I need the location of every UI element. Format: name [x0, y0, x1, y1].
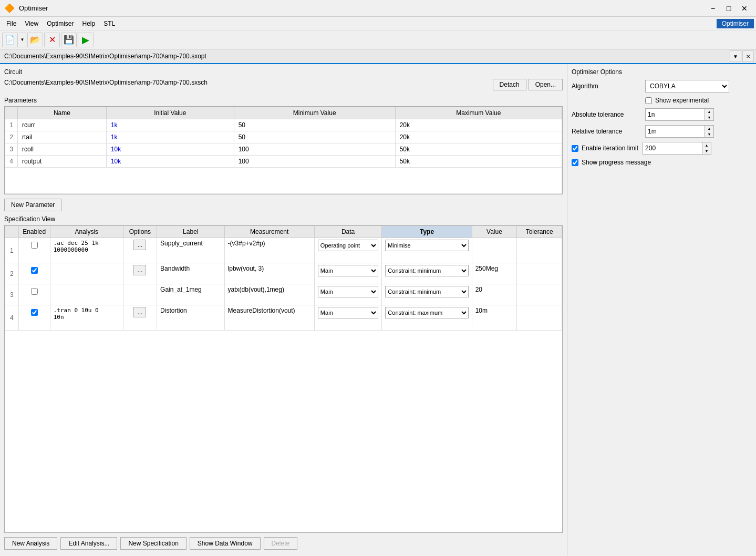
filepath-up-button[interactable]: ▼ [730, 50, 741, 62]
iteration-limit-arrows: ▲ ▼ [702, 142, 711, 154]
new-button[interactable]: 📄 [2, 33, 18, 47]
enable-iteration-label: Enable iteration limit [582, 145, 638, 152]
algorithm-row: Algorithm COBYLA Nelder-Mead SLSQP [572, 80, 752, 92]
param-num-1: 1 [5, 119, 18, 131]
relative-tolerance-arrows: ▲ ▼ [705, 126, 713, 137]
delete-button[interactable]: Delete [264, 537, 298, 550]
minimize-button[interactable]: − [706, 3, 720, 14]
col-name: Name [18, 107, 107, 119]
spec-enabled-checkbox-4[interactable] [31, 309, 38, 316]
relative-tolerance-label: Relative tolerance [572, 128, 645, 135]
absolute-tolerance-up[interactable]: ▲ [705, 109, 713, 115]
edit-analysis-button[interactable]: Edit Analysis... [60, 537, 117, 550]
param-name-3: rcoll [18, 143, 107, 156]
param-row-4: 4 routput 10k 100 50k [5, 156, 562, 168]
menu-view[interactable]: View [20, 19, 43, 28]
menu-optimiser[interactable]: Optimiser [43, 19, 78, 28]
relative-tolerance-up[interactable]: ▲ [705, 126, 713, 131]
enable-iteration-checkbox[interactable] [572, 145, 578, 152]
param-max-1: 20k [395, 119, 562, 131]
detach-button[interactable]: Detach [493, 79, 526, 90]
close-button[interactable]: ✕ [737, 3, 752, 14]
filepath-close-button[interactable]: ✕ [742, 50, 754, 62]
spec-data-select-4[interactable]: Main Operating point [318, 307, 378, 318]
menu-help[interactable]: Help [78, 19, 99, 28]
close-button[interactable]: ✕ [44, 33, 60, 47]
spec-options-btn-1[interactable]: ... [133, 240, 146, 250]
spec-num-3: 3 [5, 284, 19, 305]
col-max: Maximum Value [395, 107, 562, 119]
open-circuit-button[interactable]: Open... [529, 79, 563, 90]
spec-tolerance-4 [517, 305, 562, 331]
run-button[interactable]: ▶ [78, 33, 94, 47]
param-initial-4: 10k [106, 156, 234, 168]
new-analysis-button[interactable]: New Analysis [4, 537, 57, 550]
iteration-limit-up[interactable]: ▲ [702, 142, 711, 148]
spec-row-1: 1 .ac dec 25 1k1000000000 [5, 238, 562, 263]
maximize-button[interactable]: □ [721, 3, 736, 14]
absolute-tolerance-label: Absolute tolerance [572, 111, 645, 118]
iteration-limit-input[interactable] [643, 142, 702, 154]
spec-col-data: Data [314, 226, 381, 238]
spec-enabled-checkbox-1[interactable] [31, 242, 38, 249]
spec-type-select-3[interactable]: Constraint: minimum Minimise Constraint:… [385, 286, 468, 297]
spec-data-select-2[interactable]: Main Operating point [318, 265, 378, 276]
show-progress-checkbox[interactable] [572, 159, 578, 166]
spec-data-select-1[interactable]: Operating point Main [318, 240, 378, 251]
spec-type-select-4[interactable]: Constraint: maximum Minimise Constraint:… [385, 307, 468, 318]
show-data-window-button[interactable]: Show Data Window [190, 537, 261, 550]
spec-measurement-1: -(v3#p+v2#p) [224, 238, 314, 263]
spec-options-4: ... [123, 305, 157, 331]
circuit-label: Circuit [4, 68, 563, 76]
spec-col-enabled: Enabled [18, 226, 50, 238]
param-num-4: 4 [5, 156, 18, 168]
algorithm-label: Algorithm [572, 83, 645, 90]
open-button[interactable]: 📂 [27, 33, 43, 47]
spec-label-2: Bandwidth [157, 263, 224, 284]
filepath-bar: C:\Documents\Examples-90\SIMetrix\Optimi… [0, 49, 756, 64]
spec-data-2: Main Operating point [314, 263, 381, 284]
spec-measurement-3: yatx(db(vout),1meg) [224, 284, 314, 305]
spec-row-3: 3 Gain_at_1meg yatx(db(vout),1meg) [5, 284, 562, 305]
spec-col-label: Label [157, 226, 224, 238]
menu-file[interactable]: File [2, 19, 20, 28]
relative-tolerance-down[interactable]: ▼ [705, 131, 713, 137]
iteration-limit-control: ▲ ▼ [643, 142, 752, 155]
iteration-limit-down[interactable]: ▼ [702, 148, 711, 154]
menu-stl[interactable]: STL [99, 19, 119, 28]
spec-options-btn-2[interactable]: ... [133, 265, 146, 275]
parameters-section: Parameters Name Initial Value Minimum Va… [4, 97, 563, 211]
param-max-4: 50k [395, 156, 562, 168]
algorithm-select[interactable]: COBYLA Nelder-Mead SLSQP [645, 80, 729, 92]
iteration-limit-spinbox: ▲ ▼ [643, 142, 711, 155]
spec-type-select-2[interactable]: Constraint: minimum Minimise Constraint:… [385, 265, 468, 276]
new-parameter-button[interactable]: New Parameter [4, 199, 61, 211]
new-specification-button[interactable]: New Specification [120, 537, 186, 550]
param-empty-cell [5, 168, 562, 194]
save-button[interactable]: 💾 [61, 33, 77, 47]
spec-type-select-1[interactable]: Minimise Constraint: minimum Constraint:… [385, 240, 468, 251]
spec-tolerance-1 [517, 238, 562, 263]
spec-enabled-checkbox-3[interactable] [31, 288, 38, 295]
spec-label-4: Distortion [157, 305, 224, 331]
show-experimental-checkbox[interactable] [645, 97, 652, 104]
spec-options-1: ... [123, 238, 157, 263]
relative-tolerance-input[interactable] [646, 126, 705, 137]
absolute-tolerance-input[interactable] [646, 109, 705, 120]
spec-data-4: Main Operating point [314, 305, 381, 331]
spec-options-btn-4[interactable]: ... [133, 307, 146, 317]
param-num-3: 3 [5, 143, 18, 156]
spec-num-2: 2 [5, 263, 19, 284]
param-min-2: 50 [234, 131, 395, 143]
absolute-tolerance-row: Absolute tolerance ▲ ▼ [572, 108, 752, 121]
absolute-tolerance-spinbox: ▲ ▼ [645, 108, 714, 121]
relative-tolerance-spinbox: ▲ ▼ [645, 125, 714, 138]
absolute-tolerance-down[interactable]: ▼ [705, 115, 713, 120]
spec-num-1: 1 [5, 238, 19, 263]
spec-data-select-3[interactable]: Main Operating point [318, 286, 378, 297]
new-dropdown[interactable]: ▼ [19, 33, 26, 47]
spec-enabled-1 [18, 238, 50, 263]
param-row-1: 1 rcurr 1k 50 20k [5, 119, 562, 131]
window-controls: − □ ✕ [706, 3, 752, 14]
spec-enabled-checkbox-2[interactable] [31, 267, 38, 274]
